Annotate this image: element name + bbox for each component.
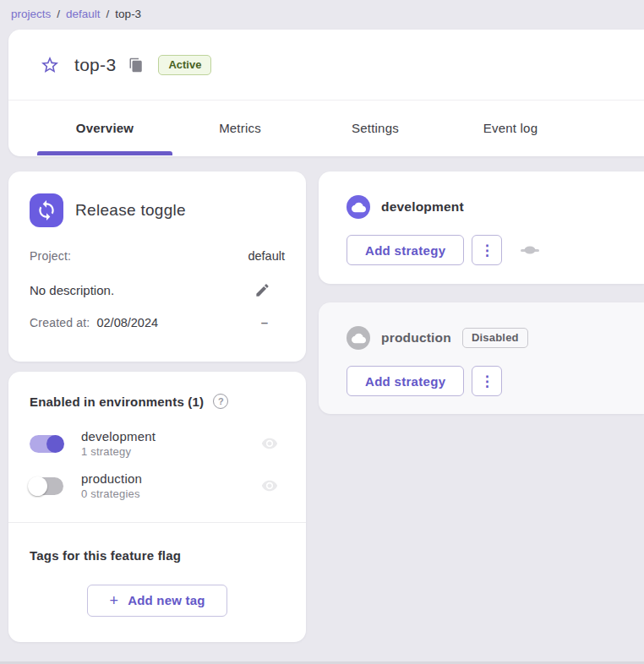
- flag-type-row: Release toggle: [30, 193, 285, 227]
- environment-labels: production 0 strategies: [81, 471, 258, 500]
- project-value: default: [248, 249, 285, 263]
- environment-toggle-development[interactable]: [30, 435, 63, 453]
- created-value: 02/08/2024: [96, 316, 260, 329]
- environment-name: production: [81, 471, 258, 486]
- flag-type-label: Release toggle: [75, 201, 186, 220]
- project-label: Project:: [30, 249, 71, 263]
- created-label: Created at:: [30, 316, 90, 329]
- breadcrumb-link-projects[interactable]: projects: [11, 8, 51, 20]
- page-title: top-3: [74, 55, 116, 75]
- visibility-eye-icon[interactable]: [258, 434, 281, 453]
- card-divider: [8, 522, 306, 523]
- favorite-star-icon[interactable]: [39, 54, 61, 76]
- tab-settings-label: Settings: [352, 121, 399, 135]
- help-icon[interactable]: ?: [213, 394, 228, 409]
- add-tag-wrap: + Add new tag: [30, 585, 285, 617]
- add-strategy-button[interactable]: Add strategy: [347, 366, 464, 396]
- toggle-thumb: [46, 435, 64, 453]
- tab-overview-label: Overview: [76, 121, 134, 135]
- edit-description-icon[interactable]: [253, 280, 271, 299]
- breadcrumb-current: top-3: [115, 8, 141, 20]
- environment-panel-name: production: [381, 330, 451, 346]
- copy-icon[interactable]: [128, 57, 145, 73]
- environment-panel-name: development: [381, 199, 464, 215]
- environment-panel-development: development Add strategy ⋮: [319, 171, 644, 284]
- environment-panel-production: production Disabled Add strategy ⋮: [319, 302, 644, 414]
- environments-title-row: Enabled in environments (1) ?: [30, 394, 285, 409]
- cloud-icon: [347, 326, 370, 350]
- breadcrumb-separator: /: [106, 8, 110, 20]
- project-row: Project: default: [30, 249, 285, 263]
- flag-details-card: Release toggle Project: default No descr…: [8, 171, 306, 362]
- feature-header-card: top-3 Active Overview Metrics Settings E…: [8, 30, 644, 156]
- breadcrumb: projects / default / top-3: [0, 0, 644, 24]
- environment-actions: Add strategy ⋮: [347, 235, 644, 265]
- status-badge: Active: [158, 55, 211, 75]
- strategy-connector-icon: [521, 249, 539, 252]
- environment-actions: Add strategy ⋮: [347, 366, 644, 396]
- description-text: No description.: [30, 283, 114, 297]
- add-new-tag-button[interactable]: + Add new tag: [87, 585, 226, 617]
- environment-row-development: development 1 strategy: [30, 429, 285, 458]
- feature-title-row: top-3 Active: [8, 30, 644, 101]
- left-column: Release toggle Project: default No descr…: [8, 171, 306, 642]
- environment-panel-header: development: [347, 195, 644, 219]
- plus-icon: +: [109, 595, 118, 607]
- visibility-eye-icon[interactable]: [258, 476, 281, 495]
- environment-labels: development 1 strategy: [81, 429, 258, 458]
- tags-title: Tags for this feature flag: [30, 548, 285, 563]
- add-new-tag-label: Add new tag: [128, 593, 205, 607]
- tab-metrics[interactable]: Metrics: [172, 101, 308, 155]
- breadcrumb-separator: /: [57, 8, 60, 20]
- environment-toggle-production[interactable]: [30, 477, 63, 495]
- environments-title: Enabled in environments (1): [30, 395, 204, 409]
- toggle-thumb: [28, 476, 47, 496]
- tab-event-log[interactable]: Event log: [443, 101, 578, 155]
- tab-overview[interactable]: Overview: [37, 101, 172, 155]
- content-columns: Release toggle Project: default No descr…: [8, 171, 644, 642]
- tab-event-log-label: Event log: [483, 121, 538, 135]
- release-toggle-icon: [30, 193, 63, 227]
- disabled-badge: Disabled: [462, 328, 528, 348]
- environment-strategy-count: 0 strategies: [81, 487, 258, 500]
- page: projects / default / top-3 top-3 Active …: [0, 0, 644, 642]
- right-column: development Add strategy ⋮ production: [319, 171, 644, 414]
- environment-row-production: production 0 strategies: [30, 471, 285, 500]
- add-strategy-button[interactable]: Add strategy: [347, 235, 464, 265]
- description-row: No description.: [30, 280, 285, 299]
- more-options-kebab-button[interactable]: ⋮: [472, 235, 502, 265]
- tab-metrics-label: Metrics: [219, 121, 261, 135]
- environments-card: Enabled in environments (1) ? developmen…: [8, 372, 306, 642]
- more-options-kebab-button[interactable]: ⋮: [472, 366, 502, 396]
- empty-dash: –: [261, 315, 268, 329]
- environment-panel-header: production Disabled: [347, 326, 644, 350]
- tab-settings[interactable]: Settings: [308, 101, 443, 155]
- environment-name: development: [81, 429, 258, 444]
- environment-strategy-count: 1 strategy: [81, 445, 258, 458]
- cloud-icon: [347, 195, 370, 219]
- breadcrumb-link-default[interactable]: default: [66, 8, 101, 20]
- tabs: Overview Metrics Settings Event log: [8, 101, 644, 155]
- created-row: Created at: 02/08/2024 –: [30, 315, 285, 329]
